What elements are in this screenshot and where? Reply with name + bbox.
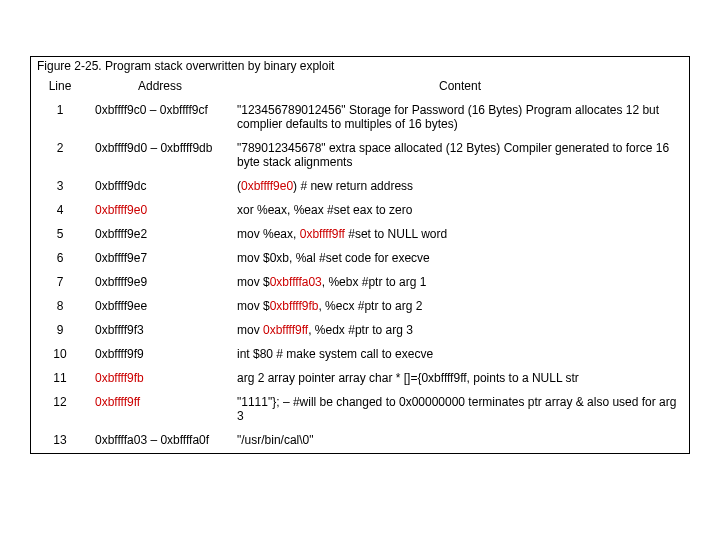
content-fragment: , %ebx #ptr to arg 1: [322, 275, 427, 289]
table-row: 30xbffff9dc(0xbffff9e0) # new return add…: [31, 175, 689, 199]
header-content: Content: [231, 75, 689, 99]
cell-line: 8: [31, 295, 89, 319]
figure-box: Figure 2-25. Program stack overwritten b…: [30, 56, 690, 454]
content-fragment: , %edx #ptr to arg 3: [308, 323, 413, 337]
content-fragment: 0xbffff9e0: [241, 179, 293, 193]
cell-address: 0xbffff9fb: [89, 367, 231, 391]
cell-content: "1111"}; – #will be changed to 0x0000000…: [231, 391, 689, 429]
cell-address: 0xbffff9c0 – 0xbffff9cf: [89, 99, 231, 137]
table-row: 50xbffff9e2mov %eax, 0xbffff9ff #set to …: [31, 223, 689, 247]
content-fragment: 0xbffff9fb: [270, 299, 319, 313]
table-row: 120xbffff9ff"1111"}; – #will be changed …: [31, 391, 689, 429]
cell-content: mov $0xbffffa03, %ebx #ptr to arg 1: [231, 271, 689, 295]
cell-address: 0xbffff9e9: [89, 271, 231, 295]
content-fragment: , %ecx #ptr to arg 2: [318, 299, 422, 313]
content-fragment: 0xbffff9ff: [300, 227, 345, 241]
cell-line: 3: [31, 175, 89, 199]
table-row: 130xbffffa03 – 0xbffffa0f"/usr/bin/cal\0…: [31, 429, 689, 453]
content-fragment: mov: [237, 323, 263, 337]
content-fragment: "123456789012456" Storage for Password (…: [237, 103, 659, 131]
figure-title: Figure 2-25. Program stack overwritten b…: [31, 57, 689, 75]
content-fragment: ) # new return address: [293, 179, 413, 193]
cell-content: mov %eax, 0xbffff9ff #set to NULL word: [231, 223, 689, 247]
header-line: Line: [31, 75, 89, 99]
cell-content: arg 2 array pointer array char * []={0xb…: [231, 367, 689, 391]
cell-content: mov $0xb, %al #set code for execve: [231, 247, 689, 271]
content-fragment: mov $: [237, 275, 270, 289]
cell-content: "123456789012456" Storage for Password (…: [231, 99, 689, 137]
cell-line: 12: [31, 391, 89, 429]
cell-line: 7: [31, 271, 89, 295]
cell-line: 5: [31, 223, 89, 247]
content-fragment: 0xbffff9ff: [263, 323, 308, 337]
cell-address: 0xbffff9f9: [89, 343, 231, 367]
cell-content: mov $0xbffff9fb, %ecx #ptr to arg 2: [231, 295, 689, 319]
cell-line: 10: [31, 343, 89, 367]
cell-line: 9: [31, 319, 89, 343]
content-fragment: "/usr/bin/cal\0": [237, 433, 314, 447]
cell-content: xor %eax, %eax #set eax to zero: [231, 199, 689, 223]
header-address: Address: [89, 75, 231, 99]
content-fragment: arg 2 array pointer array char * []={0xb…: [237, 371, 579, 385]
table-row: 60xbffff9e7mov $0xb, %al #set code for e…: [31, 247, 689, 271]
cell-address: 0xbffffa03 – 0xbffffa0f: [89, 429, 231, 453]
content-fragment: #set to NULL word: [345, 227, 447, 241]
content-fragment: "789012345678" extra space allocated (12…: [237, 141, 669, 169]
table-row: 100xbffff9f9int $80 # make system call t…: [31, 343, 689, 367]
cell-content: "/usr/bin/cal\0": [231, 429, 689, 453]
cell-content: (0xbffff9e0) # new return address: [231, 175, 689, 199]
content-fragment: "1111"}; – #will be changed to 0x0000000…: [237, 395, 676, 423]
table-row: 20xbffff9d0 – 0xbffff9db"789012345678" e…: [31, 137, 689, 175]
table-row: 80xbffff9eemov $0xbffff9fb, %ecx #ptr to…: [31, 295, 689, 319]
table-row: 110xbffff9fbarg 2 array pointer array ch…: [31, 367, 689, 391]
cell-address: 0xbffff9f3: [89, 319, 231, 343]
cell-line: 4: [31, 199, 89, 223]
cell-line: 2: [31, 137, 89, 175]
cell-content: "789012345678" extra space allocated (12…: [231, 137, 689, 175]
cell-address: 0xbffff9dc: [89, 175, 231, 199]
content-fragment: mov $0xb, %al #set code for execve: [237, 251, 430, 265]
cell-address: 0xbffff9ee: [89, 295, 231, 319]
cell-line: 1: [31, 99, 89, 137]
cell-content: int $80 # make system call to execve: [231, 343, 689, 367]
cell-content: mov 0xbffff9ff, %edx #ptr to arg 3: [231, 319, 689, 343]
cell-address: 0xbffff9ff: [89, 391, 231, 429]
content-fragment: int $80 # make system call to execve: [237, 347, 433, 361]
content-fragment: mov %eax,: [237, 227, 300, 241]
cell-address: 0xbffff9e0: [89, 199, 231, 223]
cell-address: 0xbffff9e7: [89, 247, 231, 271]
content-fragment: 0xbffffa03: [270, 275, 322, 289]
page: Figure 2-25. Program stack overwritten b…: [0, 0, 720, 540]
table-header-row: LineAddressContent: [31, 75, 689, 99]
cell-line: 13: [31, 429, 89, 453]
cell-line: 6: [31, 247, 89, 271]
content-fragment: xor %eax, %eax #set eax to zero: [237, 203, 412, 217]
table-row: 10xbffff9c0 – 0xbffff9cf"123456789012456…: [31, 99, 689, 137]
cell-address: 0xbffff9d0 – 0xbffff9db: [89, 137, 231, 175]
content-fragment: mov $: [237, 299, 270, 313]
stack-table: LineAddressContent10xbffff9c0 – 0xbffff9…: [31, 75, 689, 453]
table-row: 40xbffff9e0xor %eax, %eax #set eax to ze…: [31, 199, 689, 223]
table-row: 90xbffff9f3mov 0xbffff9ff, %edx #ptr to …: [31, 319, 689, 343]
cell-address: 0xbffff9e2: [89, 223, 231, 247]
table-row: 70xbffff9e9mov $0xbffffa03, %ebx #ptr to…: [31, 271, 689, 295]
cell-line: 11: [31, 367, 89, 391]
